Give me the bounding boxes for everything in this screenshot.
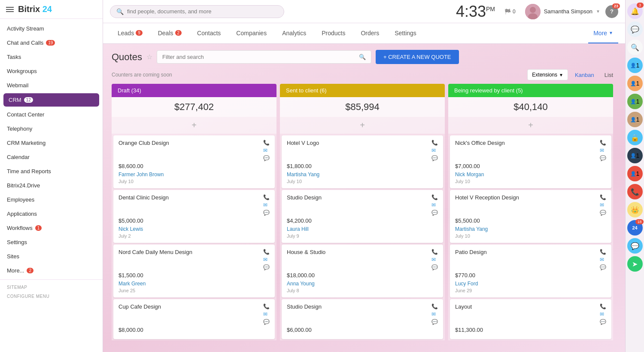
sidebar-item-employees[interactable]: Employees	[0, 193, 103, 207]
tab-contacts[interactable]: Contacts	[189, 23, 228, 43]
card-contact-link[interactable]: Nick Lewis	[118, 226, 143, 232]
phone-icon[interactable]: 📞	[263, 249, 270, 255]
phone-icon[interactable]: 📞	[600, 140, 606, 146]
phone-icon[interactable]: 📞	[431, 303, 438, 309]
sidebar-item-crm[interactable]: CRM 12	[3, 93, 99, 107]
comment-icon[interactable]: 💬	[600, 264, 606, 270]
email-icon[interactable]: ✉	[263, 202, 270, 208]
messages-icon[interactable]: 💬	[627, 21, 643, 37]
rp-user3-avatar[interactable]: 👤 1	[627, 94, 643, 109]
col-add-draft[interactable]: +	[112, 117, 276, 134]
card-contact-link[interactable]: Farmer John Brown	[118, 171, 164, 178]
sidebar-item-contact-center[interactable]: Contact Center	[0, 107, 103, 122]
list-view-button[interactable]: List	[601, 70, 617, 80]
email-icon[interactable]: ✉	[431, 202, 438, 208]
help-button[interactable]: ? 23	[605, 5, 618, 18]
email-icon[interactable]: ✉	[431, 311, 438, 317]
tab-leads[interactable]: Leads 9	[110, 23, 150, 43]
phone-panel-icon[interactable]: 📞	[627, 184, 643, 199]
rp-user1-avatar[interactable]: 👤 1	[627, 58, 643, 73]
email-icon[interactable]: ✉	[600, 311, 606, 317]
col-add-sent[interactable]: +	[280, 117, 445, 134]
user-name[interactable]: Samantha Simpson	[544, 8, 592, 15]
comment-icon[interactable]: 💬	[431, 319, 438, 325]
sidebar-item-workgroups[interactable]: Workgroups	[0, 64, 103, 78]
card-contact-link[interactable]: Laura Hill	[287, 226, 309, 232]
comment-icon[interactable]: 💬	[600, 155, 606, 161]
comment-icon[interactable]: 💬	[263, 155, 270, 161]
notifications-icon[interactable]: 🔔 3	[627, 3, 643, 19]
tab-settings[interactable]: Settings	[387, 23, 424, 43]
sidebar-item-workflows[interactable]: Workflows 1	[0, 221, 103, 235]
phone-icon[interactable]: 📞	[600, 249, 606, 255]
sidebar-item-applications[interactable]: Applications	[0, 207, 103, 221]
phone-icon[interactable]: 📞	[263, 140, 270, 146]
rp-user6-avatar[interactable]: 👤 1	[627, 166, 643, 181]
comment-icon[interactable]: 💬	[431, 155, 438, 161]
rp-user2-avatar[interactable]: 👤 1	[627, 76, 643, 91]
comment-icon[interactable]: 💬	[600, 210, 606, 216]
phone-icon[interactable]: 📞	[600, 303, 606, 309]
quotes-search-input[interactable]	[162, 54, 355, 60]
comment-icon[interactable]: 💬	[263, 264, 270, 270]
email-icon[interactable]: ✉	[600, 202, 606, 208]
tab-companies[interactable]: Companies	[228, 23, 274, 43]
phone-icon[interactable]: 📞	[431, 140, 438, 146]
comment-icon[interactable]: 💬	[263, 319, 270, 325]
phone-icon[interactable]: 📞	[600, 194, 606, 200]
sidebar-item-time-reports[interactable]: Time and Reports	[0, 164, 103, 178]
card-contact-link[interactable]: Anna Young	[287, 281, 315, 287]
card-contact-link[interactable]: Nick Morgan	[455, 171, 484, 178]
tab-products[interactable]: Products	[314, 23, 353, 43]
email-icon[interactable]: ✉	[263, 257, 270, 263]
create-quote-button[interactable]: + CREATE A NEW QUOTE	[376, 50, 459, 64]
sidebar-item-drive[interactable]: Bitrix24.Drive	[0, 178, 103, 193]
email-icon[interactable]: ✉	[600, 147, 606, 153]
sidebar-item-chat-calls[interactable]: Chat and Calls 19	[0, 36, 103, 50]
card-contact-link[interactable]: Martisha Yang	[287, 171, 319, 178]
sidebar-item-crm-marketing[interactable]: CRM Marketing	[0, 136, 103, 150]
hamburger-menu[interactable]	[6, 7, 14, 12]
card-contact-link[interactable]: Lucy Ford	[455, 281, 478, 287]
card-contact-link[interactable]: Martisha Yang	[455, 226, 488, 232]
tab-orders[interactable]: Orders	[353, 23, 387, 43]
avatar[interactable]	[525, 4, 541, 19]
crown-icon[interactable]: 👑	[627, 202, 643, 217]
sidebar-item-calendar[interactable]: Calendar	[0, 150, 103, 164]
phone-icon[interactable]: 📞	[263, 303, 270, 309]
search-panel-icon[interactable]: 🔍	[627, 40, 643, 55]
extensions-button[interactable]: Extensions ▼	[527, 69, 568, 80]
comment-icon[interactable]: 💬	[600, 319, 606, 325]
rp-user5-avatar[interactable]: 👤 1	[627, 148, 643, 163]
sidebar-item-sites[interactable]: Sites	[0, 249, 103, 263]
rp-user4-avatar[interactable]: 👤 1	[627, 112, 643, 127]
quotes-search-bar[interactable]: 🔍	[157, 50, 371, 64]
email-icon[interactable]: ✉	[600, 257, 606, 263]
global-search-bar[interactable]: 🔍	[110, 5, 284, 18]
sidebar-item-settings[interactable]: Settings	[0, 235, 103, 249]
phone-icon[interactable]: 📞	[431, 194, 438, 200]
email-icon[interactable]: ✉	[263, 147, 270, 153]
col-add-reviewing[interactable]: +	[448, 117, 613, 134]
kanban-view-button[interactable]: Kanban	[571, 70, 598, 80]
sidebar-item-webmail[interactable]: Webmail	[0, 78, 103, 92]
phone-icon[interactable]: 📞	[431, 249, 438, 255]
email-icon[interactable]: ✉	[431, 257, 438, 263]
email-icon[interactable]: ✉	[431, 147, 438, 153]
arrow-panel-icon[interactable]: ➤	[627, 256, 643, 272]
sidebar-item-tasks[interactable]: Tasks	[0, 50, 103, 64]
phone-icon[interactable]: 📞	[263, 194, 270, 200]
chat-panel-icon[interactable]: 💬	[627, 238, 643, 254]
email-icon[interactable]: ✉	[263, 311, 270, 317]
favorite-star-icon[interactable]: ☆	[146, 53, 152, 61]
sidebar-item-activity-stream[interactable]: Activity Stream	[0, 21, 103, 36]
tab-analytics[interactable]: Analytics	[274, 23, 314, 43]
comment-icon[interactable]: 💬	[431, 210, 438, 216]
tab-deals[interactable]: Deals 2	[150, 23, 189, 43]
card-contact-link[interactable]: Mark Green	[118, 281, 146, 287]
tab-more[interactable]: More ▼	[588, 23, 618, 43]
user-dropdown-icon[interactable]: ▼	[596, 9, 600, 14]
comment-icon[interactable]: 💬	[431, 264, 438, 270]
lock-panel-icon[interactable]: 🔒	[627, 130, 643, 145]
b24-panel-icon[interactable]: 24 18	[627, 220, 643, 236]
